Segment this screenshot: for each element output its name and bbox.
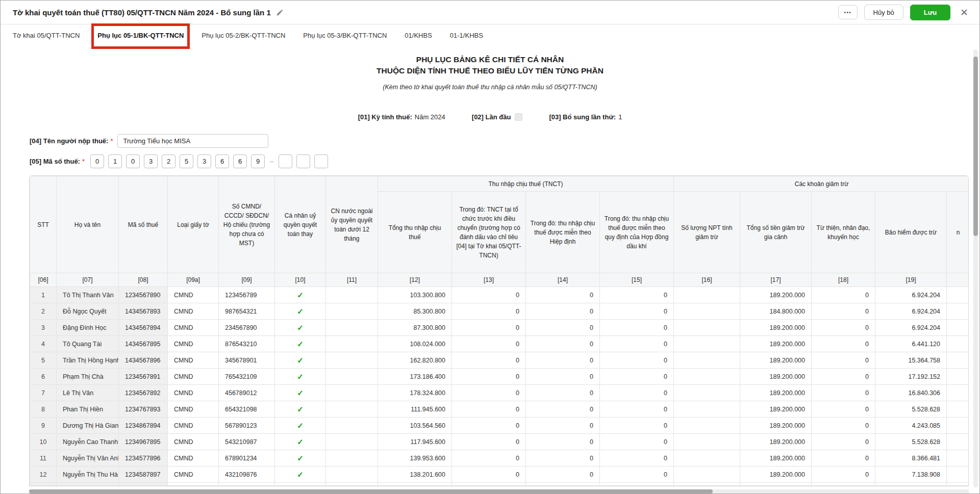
table-cell[interactable]: [674, 336, 740, 352]
table-cell[interactable]: 1234967895: [119, 434, 168, 450]
table-cell[interactable]: 5.528.628: [875, 401, 947, 418]
first-time-checkbox[interactable]: [515, 113, 522, 121]
table-cell[interactable]: [326, 303, 378, 320]
table-cell[interactable]: [947, 385, 969, 401]
table-cell[interactable]: 17.192.152: [875, 369, 947, 385]
table-cell[interactable]: [947, 287, 969, 303]
table-cell[interactable]: 189.200.000: [740, 287, 812, 303]
table-cell[interactable]: [947, 336, 969, 352]
cancel-button[interactable]: Hủy bỏ: [864, 5, 903, 20]
table-cell[interactable]: 111.945.600: [378, 401, 452, 418]
table-cell[interactable]: [947, 450, 969, 466]
tax-code-digit-box[interactable]: 6: [215, 154, 229, 168]
table-cell[interactable]: [674, 450, 740, 466]
table-cell[interactable]: [326, 369, 378, 385]
table-cell[interactable]: 1234567891: [119, 369, 168, 385]
edit-title-icon[interactable]: [276, 9, 284, 16]
horizontal-scrollbar[interactable]: [29, 489, 969, 493]
table-cell[interactable]: 0: [526, 287, 600, 303]
table-cell[interactable]: [326, 434, 378, 450]
table-cell[interactable]: [947, 303, 969, 320]
table-cell[interactable]: 9: [30, 418, 57, 434]
table-cell[interactable]: [947, 466, 969, 483]
vertical-scrollbar-thumb[interactable]: [973, 57, 978, 236]
table-cell[interactable]: 0: [452, 385, 526, 401]
table-cell[interactable]: 0: [526, 401, 600, 418]
table-cell[interactable]: 0: [600, 450, 674, 466]
table-cell[interactable]: Phan Thị Hiền: [57, 401, 119, 418]
table-cell[interactable]: CMND: [168, 466, 219, 483]
table-cell[interactable]: [947, 369, 969, 385]
table-cell[interactable]: [674, 287, 740, 303]
table-cell[interactable]: CMND: [168, 352, 219, 369]
table-cell[interactable]: [674, 303, 740, 320]
table-cell[interactable]: 87.300.800: [378, 320, 452, 336]
table-cell[interactable]: 0: [452, 320, 526, 336]
table-cell[interactable]: 0: [600, 320, 674, 336]
table-cell[interactable]: 11: [30, 450, 57, 466]
table-cell[interactable]: CMND: [168, 336, 219, 352]
table-cell[interactable]: CMND: [168, 303, 219, 320]
authorized-check-icon[interactable]: ✓: [275, 352, 326, 369]
tax-code-branch-box[interactable]: [296, 154, 310, 168]
table-cell[interactable]: Nguyễn Thị Thu Hà: [57, 466, 119, 483]
horizontal-scrollbar-thumb[interactable]: [29, 489, 713, 493]
table-cell[interactable]: 1234587897: [119, 466, 168, 483]
table-cell[interactable]: Tô Quang Tài: [57, 336, 119, 352]
table-cell[interactable]: CMND: [168, 401, 219, 418]
table-cell[interactable]: 6.924.204: [875, 287, 947, 303]
table-cell[interactable]: 1434567894: [119, 320, 168, 336]
table-cell[interactable]: 85.300.800: [378, 303, 452, 320]
table-cell[interactable]: 2: [30, 303, 57, 320]
table-cell[interactable]: 0: [526, 466, 600, 483]
table-cell[interactable]: 0: [812, 385, 875, 401]
tax-code-digit-box[interactable]: 3: [197, 154, 211, 168]
table-cell[interactable]: 1: [30, 287, 57, 303]
table-cell[interactable]: 8: [30, 401, 57, 418]
table-cell[interactable]: [674, 369, 740, 385]
table-cell[interactable]: 0: [600, 287, 674, 303]
table-cell[interactable]: [947, 352, 969, 369]
table-cell[interactable]: 0: [452, 369, 526, 385]
tax-code-digit-box[interactable]: 6: [233, 154, 247, 168]
table-cell[interactable]: [326, 287, 378, 303]
table-cell[interactable]: [947, 434, 969, 450]
table-cell[interactable]: [674, 385, 740, 401]
table-cell[interactable]: 432109876: [219, 466, 275, 483]
table-cell[interactable]: 189.200.000: [740, 352, 812, 369]
tax-code-digit-box[interactable]: 2: [162, 154, 175, 168]
authorized-check-icon[interactable]: ✓: [275, 450, 326, 466]
table-cell[interactable]: [674, 418, 740, 434]
table-cell[interactable]: 162.820.800: [378, 352, 452, 369]
table-cell[interactable]: 189.200.000: [740, 369, 812, 385]
table-cell[interactable]: Đặng Đình Học: [57, 320, 119, 336]
tax-code-digit-box[interactable]: 9: [251, 154, 265, 168]
table-cell[interactable]: 7: [30, 385, 57, 401]
authorized-check-icon[interactable]: ✓: [275, 385, 326, 401]
table-cell[interactable]: 189.200.000: [740, 320, 812, 336]
table-cell[interactable]: 678901234: [219, 450, 275, 466]
tax-code-digit-box[interactable]: 5: [180, 154, 193, 168]
table-cell[interactable]: 543210987: [219, 434, 275, 450]
table-cell[interactable]: 189.200.000: [740, 418, 812, 434]
table-cell[interactable]: 765432109: [219, 369, 275, 385]
tab-phu-luc-05-3-bk-qtt-tncn[interactable]: Phụ lục 05-3/BK-QTT-TNCN: [303, 25, 387, 45]
table-cell[interactable]: 1234767893: [119, 401, 168, 418]
authorized-check-icon[interactable]: ✓: [275, 320, 326, 336]
table-cell[interactable]: 6.441.120: [875, 336, 947, 352]
authorized-check-icon[interactable]: ✓: [275, 369, 326, 385]
table-cell[interactable]: 5.528.628: [875, 434, 947, 450]
table-cell[interactable]: 6.924.204: [875, 303, 947, 320]
table-cell[interactable]: 173.186.400: [378, 369, 452, 385]
table-cell[interactable]: [326, 320, 378, 336]
table-cell[interactable]: 189.200.000: [740, 434, 812, 450]
table-cell[interactable]: 0: [452, 287, 526, 303]
table-cell[interactable]: 987654321: [219, 303, 275, 320]
tab-01-khbs[interactable]: 01/KHBS: [405, 25, 432, 45]
table-cell[interactable]: 16.840.306: [875, 385, 947, 401]
table-cell[interactable]: Dương Thị Hà Giang: [57, 418, 119, 434]
table-cell[interactable]: Trần Thị Hồng Hạnh: [57, 352, 119, 369]
table-cell[interactable]: Nguyễn Cao Thanh ...: [57, 434, 119, 450]
table-cell[interactable]: 0: [526, 303, 600, 320]
table-cell[interactable]: CMND: [168, 385, 219, 401]
